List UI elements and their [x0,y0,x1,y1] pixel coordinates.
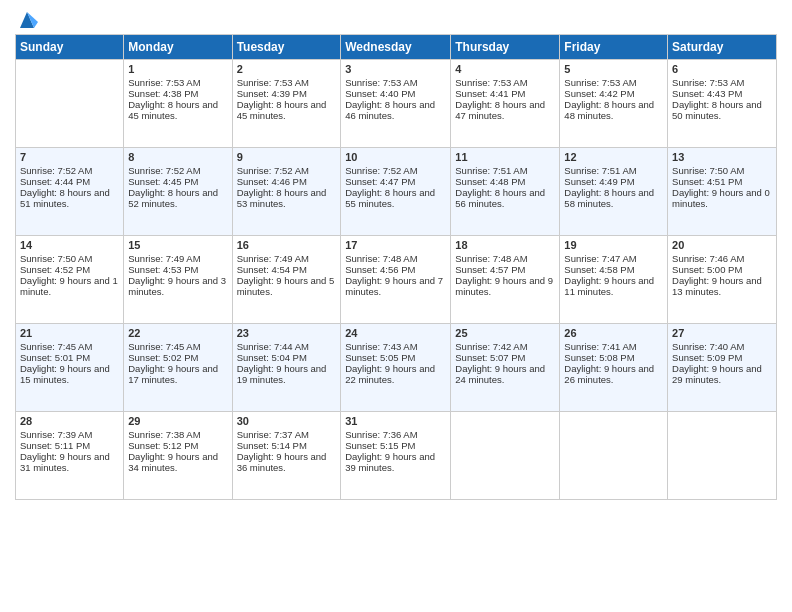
sunrise-text: Sunrise: 7:52 AM [128,165,227,176]
day-number: 13 [672,151,772,163]
calendar-cell: 20Sunrise: 7:46 AMSunset: 5:00 PMDayligh… [668,236,777,324]
daylight-text: Daylight: 9 hours and 15 minutes. [20,363,119,385]
sunset-text: Sunset: 4:42 PM [564,88,663,99]
sunset-text: Sunset: 4:48 PM [455,176,555,187]
sunrise-text: Sunrise: 7:37 AM [237,429,337,440]
daylight-text: Daylight: 8 hours and 53 minutes. [237,187,337,209]
weekday-header: Tuesday [232,35,341,60]
calendar-cell: 9Sunrise: 7:52 AMSunset: 4:46 PMDaylight… [232,148,341,236]
daylight-text: Daylight: 8 hours and 55 minutes. [345,187,446,209]
day-number: 20 [672,239,772,251]
calendar-cell: 15Sunrise: 7:49 AMSunset: 4:53 PMDayligh… [124,236,232,324]
page-container: SundayMondayTuesdayWednesdayThursdayFrid… [0,0,792,612]
day-number: 16 [237,239,337,251]
sunrise-text: Sunrise: 7:53 AM [672,77,772,88]
sunrise-text: Sunrise: 7:49 AM [128,253,227,264]
day-number: 3 [345,63,446,75]
daylight-text: Daylight: 8 hours and 56 minutes. [455,187,555,209]
calendar-row: 7Sunrise: 7:52 AMSunset: 4:44 PMDaylight… [16,148,777,236]
sunset-text: Sunset: 5:12 PM [128,440,227,451]
calendar-cell [16,60,124,148]
day-number: 10 [345,151,446,163]
calendar-cell: 11Sunrise: 7:51 AMSunset: 4:48 PMDayligh… [451,148,560,236]
sunset-text: Sunset: 4:56 PM [345,264,446,275]
sunrise-text: Sunrise: 7:53 AM [455,77,555,88]
calendar-cell: 13Sunrise: 7:50 AMSunset: 4:51 PMDayligh… [668,148,777,236]
day-number: 7 [20,151,119,163]
calendar-row: 14Sunrise: 7:50 AMSunset: 4:52 PMDayligh… [16,236,777,324]
weekday-header: Thursday [451,35,560,60]
day-number: 28 [20,415,119,427]
calendar-cell: 14Sunrise: 7:50 AMSunset: 4:52 PMDayligh… [16,236,124,324]
daylight-text: Daylight: 9 hours and 5 minutes. [237,275,337,297]
sunset-text: Sunset: 5:04 PM [237,352,337,363]
day-number: 21 [20,327,119,339]
daylight-text: Daylight: 9 hours and 29 minutes. [672,363,772,385]
calendar-cell: 21Sunrise: 7:45 AMSunset: 5:01 PMDayligh… [16,324,124,412]
calendar-cell: 27Sunrise: 7:40 AMSunset: 5:09 PMDayligh… [668,324,777,412]
sunset-text: Sunset: 4:57 PM [455,264,555,275]
sunrise-text: Sunrise: 7:52 AM [20,165,119,176]
weekday-header: Friday [560,35,668,60]
sunset-text: Sunset: 4:53 PM [128,264,227,275]
calendar-cell: 31Sunrise: 7:36 AMSunset: 5:15 PMDayligh… [341,412,451,500]
sunset-text: Sunset: 4:40 PM [345,88,446,99]
sunset-text: Sunset: 4:39 PM [237,88,337,99]
daylight-text: Daylight: 9 hours and 39 minutes. [345,451,446,473]
daylight-text: Daylight: 8 hours and 47 minutes. [455,99,555,121]
daylight-text: Daylight: 9 hours and 0 minutes. [672,187,772,209]
day-number: 15 [128,239,227,251]
daylight-text: Daylight: 9 hours and 19 minutes. [237,363,337,385]
sunset-text: Sunset: 5:00 PM [672,264,772,275]
weekday-header: Sunday [16,35,124,60]
calendar-cell [560,412,668,500]
sunset-text: Sunset: 5:07 PM [455,352,555,363]
sunset-text: Sunset: 4:38 PM [128,88,227,99]
calendar-cell: 29Sunrise: 7:38 AMSunset: 5:12 PMDayligh… [124,412,232,500]
sunrise-text: Sunrise: 7:53 AM [128,77,227,88]
calendar-cell [451,412,560,500]
calendar-cell: 22Sunrise: 7:45 AMSunset: 5:02 PMDayligh… [124,324,232,412]
sunrise-text: Sunrise: 7:53 AM [345,77,446,88]
sunrise-text: Sunrise: 7:53 AM [237,77,337,88]
daylight-text: Daylight: 9 hours and 11 minutes. [564,275,663,297]
sunset-text: Sunset: 4:49 PM [564,176,663,187]
sunrise-text: Sunrise: 7:45 AM [20,341,119,352]
sunrise-text: Sunrise: 7:51 AM [564,165,663,176]
calendar-cell: 12Sunrise: 7:51 AMSunset: 4:49 PMDayligh… [560,148,668,236]
header [15,10,777,26]
calendar-cell: 30Sunrise: 7:37 AMSunset: 5:14 PMDayligh… [232,412,341,500]
sunrise-text: Sunrise: 7:51 AM [455,165,555,176]
daylight-text: Daylight: 9 hours and 26 minutes. [564,363,663,385]
sunset-text: Sunset: 4:44 PM [20,176,119,187]
day-number: 30 [237,415,337,427]
weekday-header: Monday [124,35,232,60]
day-number: 2 [237,63,337,75]
day-number: 29 [128,415,227,427]
calendar-cell: 16Sunrise: 7:49 AMSunset: 4:54 PMDayligh… [232,236,341,324]
sunset-text: Sunset: 5:01 PM [20,352,119,363]
daylight-text: Daylight: 8 hours and 50 minutes. [672,99,772,121]
sunrise-text: Sunrise: 7:36 AM [345,429,446,440]
sunset-text: Sunset: 4:41 PM [455,88,555,99]
day-number: 22 [128,327,227,339]
daylight-text: Daylight: 8 hours and 46 minutes. [345,99,446,121]
sunset-text: Sunset: 4:54 PM [237,264,337,275]
calendar-cell: 26Sunrise: 7:41 AMSunset: 5:08 PMDayligh… [560,324,668,412]
daylight-text: Daylight: 9 hours and 34 minutes. [128,451,227,473]
daylight-text: Daylight: 9 hours and 24 minutes. [455,363,555,385]
sunrise-text: Sunrise: 7:49 AM [237,253,337,264]
sunrise-text: Sunrise: 7:48 AM [345,253,446,264]
calendar-cell: 7Sunrise: 7:52 AMSunset: 4:44 PMDaylight… [16,148,124,236]
sunset-text: Sunset: 4:58 PM [564,264,663,275]
calendar-cell: 3Sunrise: 7:53 AMSunset: 4:40 PMDaylight… [341,60,451,148]
day-number: 9 [237,151,337,163]
calendar-cell: 28Sunrise: 7:39 AMSunset: 5:11 PMDayligh… [16,412,124,500]
calendar-row: 1Sunrise: 7:53 AMSunset: 4:38 PMDaylight… [16,60,777,148]
sunset-text: Sunset: 5:02 PM [128,352,227,363]
calendar-cell: 5Sunrise: 7:53 AMSunset: 4:42 PMDaylight… [560,60,668,148]
daylight-text: Daylight: 9 hours and 36 minutes. [237,451,337,473]
sunset-text: Sunset: 4:43 PM [672,88,772,99]
sunset-text: Sunset: 5:15 PM [345,440,446,451]
daylight-text: Daylight: 8 hours and 51 minutes. [20,187,119,209]
